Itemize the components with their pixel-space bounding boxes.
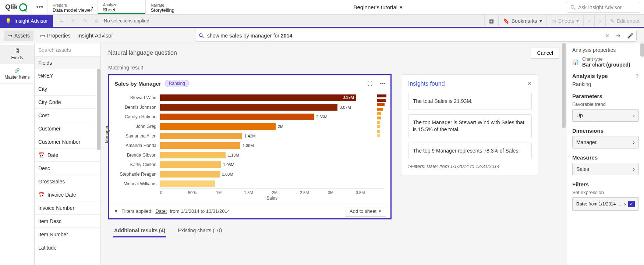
- x-tick: 1M: [216, 190, 244, 195]
- bar-row[interactable]: Samantha Allen1.42M: [116, 131, 384, 141]
- chart-area[interactable]: Manager Stewart Wind3.39MDennis Johnson3…: [109, 92, 390, 204]
- app-title[interactable]: Beginner's tutorial ▾: [193, 0, 563, 14]
- dimension-value: Manager: [576, 139, 597, 145]
- global-search[interactable]: Ask Insight Advisor: [567, 2, 640, 12]
- edit-sheet-button[interactable]: ✎ Edit sheet: [605, 15, 644, 27]
- field-item[interactable]: %KEY: [35, 69, 100, 82]
- assets-scrollbar[interactable]: [97, 69, 100, 150]
- cancel-button[interactable]: Cancel: [531, 47, 559, 59]
- field-item[interactable]: Customer: [35, 122, 100, 135]
- properties-tab[interactable]: ▭ Properties: [36, 31, 74, 41]
- filter-selector[interactable]: Date: Date: from 1/1/2014 to 1...from 1/…: [572, 197, 639, 211]
- selection-tools: ⌗ ↶ ↷ ⊘ No selections applied: [53, 15, 153, 27]
- microphone-icon[interactable]: 🎤: [627, 33, 633, 39]
- query-input[interactable]: show me sales by manager for 2014 ✕ ➔ 🎤: [195, 30, 637, 42]
- sheets-button[interactable]: ▭ Sheets ▾: [546, 15, 584, 27]
- center-scrollbar[interactable]: [562, 43, 566, 265]
- bar-row[interactable]: Micheal Williams: [116, 179, 384, 189]
- tab-additional-results[interactable]: Additional results (4): [113, 225, 166, 237]
- sheets-label: Sheets: [558, 18, 574, 24]
- qlik-logo[interactable]: Qlik: [0, 0, 32, 14]
- bar-row[interactable]: Dennis Johnson3.07M: [116, 103, 384, 112]
- bar-row[interactable]: John Greg2M: [116, 122, 384, 131]
- minimap-bar: [377, 103, 385, 106]
- assets-search[interactable]: Search assets: [35, 43, 100, 57]
- insight-card[interactable]: The total Sales is 21.93M.: [408, 93, 532, 110]
- insight-advisor-button[interactable]: 💡 Insight Advisor: [0, 15, 53, 27]
- add-to-sheet-label: Add to sheet: [350, 208, 376, 214]
- assets-tab[interactable]: ▭ Assets: [4, 31, 33, 41]
- nav-narrate-big: Storytelling: [151, 7, 188, 13]
- link-icon: 🔗: [14, 68, 20, 73]
- bar-row[interactable]: Stewart Wind3.39M: [116, 93, 384, 103]
- insight-card[interactable]: The top 9 Manager represents 78.3% of Sa…: [408, 143, 532, 160]
- field-item[interactable]: City: [35, 82, 100, 96]
- bar-row[interactable]: Kathy Clinton1.05M: [116, 160, 384, 169]
- add-to-sheet-button[interactable]: Add to sheet ▾: [345, 206, 386, 216]
- global-menu-icon[interactable]: •••: [32, 0, 47, 14]
- field-item[interactable]: 📅Date: [35, 148, 100, 162]
- insight-advisor-label: Insight Advisor: [14, 18, 48, 24]
- prev-sheet-button[interactable]: ‹: [583, 15, 594, 27]
- smart-search-icon[interactable]: ⌗: [57, 16, 66, 26]
- x-tick: 500k: [188, 190, 216, 195]
- favorable-selector[interactable]: Up ›: [572, 109, 639, 122]
- analysis-badge: Ranking: [165, 80, 189, 87]
- step-back-icon[interactable]: ↶: [68, 16, 78, 26]
- bookmark-icon: 🔖: [503, 18, 509, 24]
- field-item[interactable]: Customer Number: [35, 135, 100, 148]
- tab-existing-charts[interactable]: Existing charts (10): [177, 225, 223, 237]
- chevron-down-icon[interactable]: ▾: [89, 4, 96, 11]
- field-item[interactable]: Invoice Number: [35, 201, 100, 215]
- bar-category: John Greg: [116, 124, 160, 129]
- field-item[interactable]: Latitude: [35, 241, 100, 254]
- measure-selector[interactable]: Sales ›: [572, 163, 639, 175]
- insights-panel: Insights found ✕ The total Sales is 21.9…: [402, 74, 538, 175]
- close-icon[interactable]: ✕: [527, 81, 532, 87]
- nav-analyze[interactable]: Analyze Sheet: [98, 0, 145, 14]
- next-sheet-button[interactable]: ›: [594, 15, 605, 27]
- logo-icon: [19, 3, 27, 11]
- field-item[interactable]: City Code: [35, 96, 100, 109]
- dimension-selector[interactable]: Manager ›: [572, 136, 639, 148]
- bar-category: Amanda Honda: [116, 143, 160, 148]
- selections-tool-icon[interactable]: ▦: [484, 15, 498, 27]
- clear-selections-icon[interactable]: ⊘: [92, 16, 102, 26]
- step-forward-icon[interactable]: ↷: [80, 16, 90, 26]
- x-tick: 2.5M: [300, 190, 328, 195]
- nav-narrate[interactable]: Narrate Storytelling: [145, 0, 193, 14]
- bar-row[interactable]: Carolyn Halmon2.66M: [116, 112, 384, 122]
- nav-prepare[interactable]: Prepare Data model viewer ▾: [47, 0, 98, 14]
- more-icon[interactable]: •••: [380, 80, 385, 86]
- bar-row[interactable]: Stephanie Reagan1.03M: [116, 169, 384, 179]
- field-item[interactable]: 📅Invoice Date: [35, 188, 100, 201]
- bar-value: 1.42M: [244, 134, 256, 138]
- bar: [160, 123, 276, 130]
- bar-row[interactable]: Brenda Gibson1.13M: [116, 150, 384, 160]
- right-scrollbar[interactable]: [640, 43, 644, 57]
- field-item[interactable]: Desc: [35, 162, 100, 175]
- field-item[interactable]: Cost: [35, 109, 100, 122]
- rail-master-items[interactable]: 🔗 Master items: [0, 64, 34, 84]
- minimap[interactable]: [377, 94, 387, 139]
- submit-icon[interactable]: ➔: [616, 33, 620, 39]
- fullscreen-icon[interactable]: ⛶: [367, 80, 372, 86]
- analysis-type-label: Analysis type: [572, 73, 608, 79]
- bar: [160, 180, 215, 187]
- clear-icon[interactable]: ✕: [605, 33, 609, 39]
- filter-checkbox[interactable]: ✓: [628, 201, 635, 207]
- minimap-bar: [377, 121, 380, 124]
- field-item[interactable]: Item Number: [35, 228, 100, 241]
- sub-toolbar: ▭ Assets ▭ Properties Insight Advisor sh…: [0, 28, 644, 43]
- help-icon[interactable]: ?: [636, 73, 639, 79]
- x-axis-label: Sales: [160, 196, 384, 201]
- bar-row[interactable]: Amanda Honda1.39M: [116, 141, 384, 150]
- rail-fields[interactable]: 🗄 Fields: [0, 45, 34, 64]
- insight-card[interactable]: The top Manager is Stewart Wind with Sal…: [408, 114, 532, 138]
- bookmarks-button[interactable]: 🔖 Bookmarks ▾: [498, 15, 546, 27]
- filter-icon: ▼: [114, 208, 118, 214]
- bar-category: Samantha Allen: [116, 133, 160, 139]
- field-item[interactable]: GrossSales: [35, 175, 100, 188]
- field-item[interactable]: Item Desc: [35, 215, 100, 228]
- measures-label: Measures: [572, 154, 639, 161]
